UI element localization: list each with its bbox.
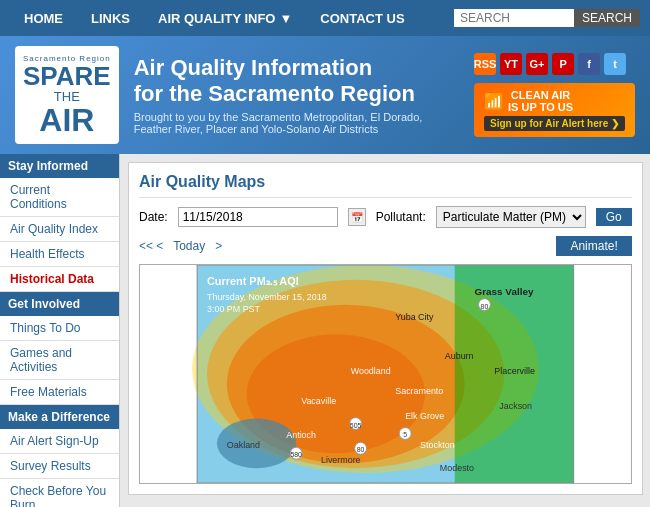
clean-air-line1: CLEAN AIR xyxy=(508,89,573,101)
gplus-icon[interactable]: G+ xyxy=(526,53,548,75)
svg-text:Yuba City: Yuba City xyxy=(395,312,434,322)
header-right: RSS YT G+ P f t 📶 CLEAN AIR IS UP TO US … xyxy=(474,53,635,137)
map-title: Air Quality Maps xyxy=(139,173,632,198)
animate-button[interactable]: Animate! xyxy=(556,236,631,256)
nav-air-quality[interactable]: AIR QUALITY INFO ▼ xyxy=(144,11,306,26)
sidebar-item-games[interactable]: Games and Activities xyxy=(0,341,119,380)
logo-box: Sacramento Region SPARE THE AIR xyxy=(15,46,119,144)
nav-contact[interactable]: CONTACT US xyxy=(306,11,418,26)
sidebar-item-things-to-do[interactable]: Things To Do xyxy=(0,316,119,341)
svg-text:Livermore: Livermore xyxy=(321,455,361,465)
calendar-icon[interactable]: 📅 xyxy=(348,208,366,226)
svg-text:5: 5 xyxy=(403,431,407,438)
sidebar: Stay Informed Current Conditions Air Qua… xyxy=(0,154,120,507)
facebook-icon[interactable]: f xyxy=(578,53,600,75)
sidebar-item-free-materials[interactable]: Free Materials xyxy=(0,380,119,405)
sidebar-item-current-conditions[interactable]: Current Conditions xyxy=(0,178,119,217)
svg-text:Grass Valley: Grass Valley xyxy=(475,286,534,297)
prev-link[interactable]: << < xyxy=(139,239,163,253)
go-button[interactable]: Go xyxy=(596,208,632,226)
map-svg: Grass Valley Yuba City Auburn Placervill… xyxy=(140,265,631,483)
youtube-icon[interactable]: YT xyxy=(500,53,522,75)
main-layout: Stay Informed Current Conditions Air Qua… xyxy=(0,154,650,507)
map-section: Air Quality Maps Date: 📅 Pollutant: Part… xyxy=(128,162,643,495)
pollutant-label: Pollutant: xyxy=(376,210,426,224)
svg-text:Placerville: Placerville xyxy=(494,366,535,376)
dropdown-arrow: ▼ xyxy=(279,11,292,26)
svg-text:Vacaville: Vacaville xyxy=(301,396,336,406)
today-link[interactable]: Today xyxy=(173,239,205,253)
date-label: Date: xyxy=(139,210,168,224)
search-button[interactable]: SEARCH xyxy=(574,9,640,27)
date-input[interactable] xyxy=(178,207,338,227)
sidebar-section-get-involved[interactable]: Get Involved xyxy=(0,292,119,316)
header-title: Air Quality Information for the Sacramen… xyxy=(134,55,459,136)
svg-text:Jackson: Jackson xyxy=(499,401,532,411)
sidebar-item-check-burn[interactable]: Check Before You Burn xyxy=(0,479,119,507)
svg-text:80: 80 xyxy=(357,446,365,453)
nav-links[interactable]: LINKS xyxy=(77,11,144,26)
social-icons: RSS YT G+ P f t xyxy=(474,53,635,75)
svg-text:Oakland: Oakland xyxy=(227,440,260,450)
svg-text:Elk Grove: Elk Grove xyxy=(405,411,444,421)
map-nav-prev: << < Today > xyxy=(139,239,222,253)
sidebar-section-make-difference[interactable]: Make a Difference xyxy=(0,405,119,429)
clean-air-box: 📶 CLEAN AIR IS UP TO US Sign up for Air … xyxy=(474,83,635,137)
sidebar-item-historical-data[interactable]: Historical Data xyxy=(0,267,119,292)
svg-text:Current PM₂.₅ AQI: Current PM₂.₅ AQI xyxy=(207,275,299,287)
sidebar-item-health-effects[interactable]: Health Effects xyxy=(0,242,119,267)
svg-text:Sacramento: Sacramento xyxy=(395,386,443,396)
content-row: Air Quality Maps Date: 📅 Pollutant: Part… xyxy=(128,162,650,507)
twitter-icon[interactable]: t xyxy=(604,53,626,75)
svg-text:Stockton: Stockton xyxy=(420,440,455,450)
content-wrapper: Air Quality Maps Date: 📅 Pollutant: Part… xyxy=(120,154,650,507)
pinterest-icon[interactable]: P xyxy=(552,53,574,75)
next-link[interactable]: > xyxy=(215,239,222,253)
title-line1: Air Quality Information xyxy=(134,55,372,80)
sidebar-item-air-alert[interactable]: Air Alert Sign-Up xyxy=(0,429,119,454)
map-section-wrapper: Air Quality Maps Date: 📅 Pollutant: Part… xyxy=(128,162,643,507)
nav-home[interactable]: HOME xyxy=(10,11,77,26)
search-box: SEARCH xyxy=(454,9,640,27)
header: Sacramento Region SPARE THE AIR Air Qual… xyxy=(0,36,650,154)
sidebar-section-stay-informed[interactable]: Stay Informed xyxy=(0,154,119,178)
map-controls: Date: 📅 Pollutant: Particulate Matter (P… xyxy=(139,206,632,228)
svg-text:80: 80 xyxy=(481,303,489,310)
svg-text:Thursday, November 15, 2018: Thursday, November 15, 2018 xyxy=(207,292,327,302)
signup-link[interactable]: Sign up for Air Alert here ❯ xyxy=(484,116,625,131)
map-image[interactable]: Grass Valley Yuba City Auburn Placervill… xyxy=(139,264,632,484)
svg-text:580: 580 xyxy=(290,451,302,458)
logo-spare: SPARE xyxy=(23,63,111,89)
sidebar-item-air-quality-index[interactable]: Air Quality Index xyxy=(0,217,119,242)
svg-text:Auburn: Auburn xyxy=(445,351,474,361)
wifi-icon: 📶 xyxy=(484,92,504,111)
svg-text:505: 505 xyxy=(350,422,362,429)
header-subtitle: Brought to you by the Sacramento Metropo… xyxy=(134,111,459,135)
pollutant-select[interactable]: Particulate Matter (PM) xyxy=(436,206,586,228)
svg-text:Modesto: Modesto xyxy=(440,463,474,473)
search-input[interactable] xyxy=(454,9,574,27)
rss-icon[interactable]: RSS xyxy=(474,53,496,75)
top-navigation: HOME LINKS AIR QUALITY INFO ▼ CONTACT US… xyxy=(0,0,650,36)
svg-text:Woodland: Woodland xyxy=(351,366,391,376)
svg-text:3:00 PM PST: 3:00 PM PST xyxy=(207,304,261,314)
svg-text:Antioch: Antioch xyxy=(286,430,316,440)
logo-air: AIR xyxy=(23,104,111,136)
map-nav-row: << < Today > Animate! xyxy=(139,236,632,256)
clean-air-line2: IS UP TO US xyxy=(508,101,573,113)
sidebar-item-survey[interactable]: Survey Results xyxy=(0,454,119,479)
title-line2: for the Sacramento Region xyxy=(134,81,415,106)
